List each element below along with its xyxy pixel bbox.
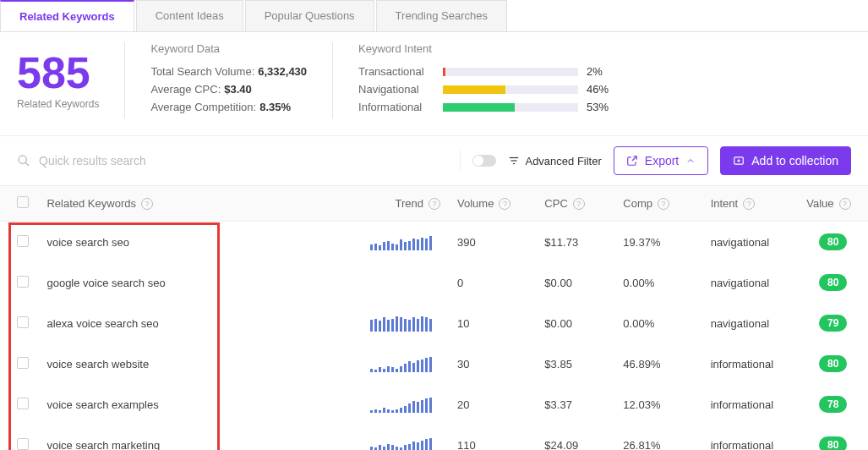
cell-cpc: $3.85: [536, 343, 614, 384]
cell-cpc: $0.00: [536, 303, 614, 343]
export-button[interactable]: Export: [614, 146, 708, 175]
cell-cpc: $24.09: [536, 425, 614, 450]
avg-cpc-value: $3.40: [224, 83, 252, 96]
advanced-filter-button[interactable]: Advanced Filter: [508, 155, 601, 167]
cell-intent: informational: [702, 425, 799, 450]
related-keywords-count-label: Related Keywords: [17, 98, 99, 110]
cell-intent: navigational: [702, 262, 799, 303]
col-volume-header[interactable]: Volume: [457, 197, 494, 210]
cell-keyword: google voice search seo: [38, 262, 361, 303]
trend-sparkline: [370, 274, 440, 291]
keyword-intent-title: Keyword Intent: [358, 42, 612, 55]
help-icon[interactable]: ?: [658, 198, 669, 210]
svg-line-1: [25, 162, 29, 166]
tab-trending-searches[interactable]: Trending Searches: [376, 0, 507, 31]
cell-keyword: voice search marketing: [38, 425, 361, 450]
intent-label: Informational: [358, 101, 434, 113]
intent-bar: [443, 68, 578, 76]
select-all-checkbox[interactable]: [17, 196, 29, 208]
intent-pct: 53%: [587, 101, 612, 113]
row-checkbox[interactable]: [17, 276, 29, 288]
intent-bar: [443, 85, 578, 94]
tab-content-ideas[interactable]: Content Ideas: [136, 0, 243, 31]
table-row[interactable]: voice search marketing110$24.0926.81%inf…: [0, 425, 868, 450]
cell-comp: 19.37%: [614, 222, 701, 263]
cell-intent: navigational: [702, 222, 799, 263]
col-cpc-header[interactable]: CPC: [544, 197, 567, 210]
cell-keyword: voice search seo: [38, 222, 361, 263]
cell-keyword: alexa voice search seo: [38, 303, 361, 343]
cell-comp: 0.00%: [614, 262, 701, 303]
intent-pct: 2%: [587, 65, 612, 78]
advanced-filter-label: Advanced Filter: [525, 155, 601, 167]
value-badge: 78: [819, 396, 847, 413]
cell-volume: 30: [449, 343, 536, 384]
cell-cpc: $0.00: [536, 262, 614, 303]
cell-volume: 20: [449, 384, 536, 425]
cell-intent: informational: [702, 384, 799, 425]
col-keyword-header[interactable]: Related Keywords: [46, 197, 136, 210]
table-row[interactable]: voice search examples20$3.3712.03%inform…: [0, 384, 868, 425]
export-icon: [626, 155, 638, 167]
trend-sparkline: [370, 396, 440, 413]
tab-popular-questions[interactable]: Popular Questions: [245, 0, 374, 31]
total-volume-label: Total Search Volume:: [150, 65, 254, 78]
cell-comp: 46.89%: [614, 343, 701, 384]
filter-toggle[interactable]: [472, 155, 496, 167]
row-checkbox[interactable]: [17, 316, 29, 328]
table-row[interactable]: voice search website30$3.8546.89%informa…: [0, 343, 868, 384]
col-intent-header[interactable]: Intent: [711, 197, 739, 210]
cell-keyword: voice search examples: [38, 384, 361, 425]
total-volume-value: 6,332,430: [258, 65, 307, 78]
help-icon[interactable]: ?: [839, 198, 851, 210]
cell-intent: navigational: [702, 303, 799, 343]
avg-comp-label: Average Competition:: [150, 101, 256, 113]
chevron-up-icon: [685, 156, 696, 166]
search-input[interactable]: [39, 154, 448, 167]
table-row[interactable]: alexa voice search seo10$0.000.00%naviga…: [0, 303, 868, 343]
keyword-data-title: Keyword Data: [150, 42, 307, 55]
help-icon[interactable]: ?: [141, 198, 153, 210]
export-label: Export: [645, 154, 679, 167]
row-checkbox[interactable]: [17, 235, 29, 247]
trend-sparkline: [370, 355, 440, 372]
related-keywords-count: 585: [17, 51, 99, 95]
col-value-header[interactable]: Value: [806, 197, 833, 210]
value-badge: 80: [819, 233, 847, 250]
col-trend-header[interactable]: Trend: [396, 197, 423, 210]
add-to-collection-button[interactable]: Add to collection: [720, 146, 851, 175]
cell-cpc: $3.37: [536, 384, 614, 425]
cell-cpc: $11.73: [536, 222, 614, 263]
cell-keyword: voice search website: [38, 343, 361, 384]
add-collection-label: Add to collection: [751, 154, 838, 167]
tab-related-keywords[interactable]: Related Keywords: [0, 0, 134, 31]
intent-label: Navigational: [358, 83, 434, 96]
intent-bar: [443, 103, 578, 112]
intent-pct: 46%: [587, 83, 612, 96]
add-collection-icon: [733, 155, 745, 167]
avg-cpc-label: Average CPC:: [150, 83, 221, 96]
table-row[interactable]: google voice search seo0$0.000.00%naviga…: [0, 262, 868, 303]
trend-sparkline: [370, 315, 440, 332]
help-icon[interactable]: ?: [429, 198, 440, 210]
filter-icon: [508, 155, 520, 167]
cell-comp: 26.81%: [614, 425, 701, 450]
help-icon[interactable]: ?: [573, 198, 585, 210]
row-checkbox[interactable]: [17, 357, 29, 369]
cell-comp: 0.00%: [614, 303, 701, 343]
help-icon[interactable]: ?: [499, 198, 510, 210]
col-comp-header[interactable]: Comp: [623, 197, 652, 210]
cell-volume: 110: [449, 425, 536, 450]
value-badge: 80: [819, 436, 847, 450]
value-badge: 80: [819, 274, 847, 291]
row-checkbox[interactable]: [17, 398, 29, 409]
cell-intent: informational: [702, 343, 799, 384]
row-checkbox[interactable]: [17, 438, 29, 450]
cell-volume: 390: [449, 222, 536, 263]
trend-sparkline: [370, 436, 440, 450]
intent-label: Transactional: [358, 65, 434, 78]
help-icon[interactable]: ?: [743, 198, 755, 210]
table-row[interactable]: voice search seo390$11.7319.37%navigatio…: [0, 222, 868, 263]
cell-comp: 12.03%: [614, 384, 701, 425]
cell-volume: 10: [449, 303, 536, 343]
